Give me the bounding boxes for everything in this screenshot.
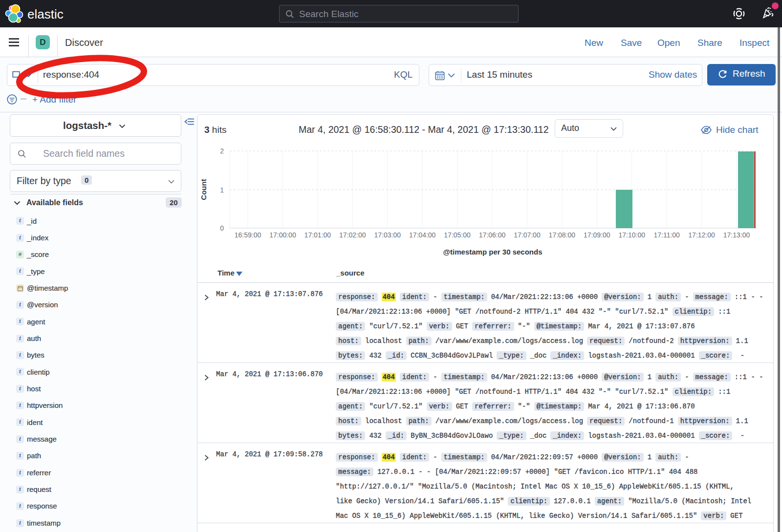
svg-text:17:03:00: 17:03:00 xyxy=(374,231,401,239)
svg-text:1: 1 xyxy=(220,186,224,194)
svg-text:17:10:00: 17:10:00 xyxy=(618,231,645,239)
svg-text:17:11:00: 17:11:00 xyxy=(653,231,680,239)
svg-text:17:09:00: 17:09:00 xyxy=(584,231,610,239)
svg-text:17:04:00: 17:04:00 xyxy=(409,231,436,239)
svg-text:Count: Count xyxy=(199,179,208,200)
svg-text:2: 2 xyxy=(220,147,224,155)
svg-text:0: 0 xyxy=(220,224,224,232)
svg-text:16:59:00: 16:59:00 xyxy=(235,231,261,239)
svg-text:17:01:00: 17:01:00 xyxy=(304,231,331,239)
svg-text:17:13:00: 17:13:00 xyxy=(723,231,750,239)
svg-text:17:08:00: 17:08:00 xyxy=(549,231,576,239)
svg-text:17:07:00: 17:07:00 xyxy=(514,231,541,239)
svg-text:17:12:00: 17:12:00 xyxy=(688,231,715,239)
svg-text:@timestamp per 30 seconds: @timestamp per 30 seconds xyxy=(443,248,542,256)
svg-text:17:06:00: 17:06:00 xyxy=(479,231,506,239)
svg-text:17:05:00: 17:05:00 xyxy=(444,231,471,239)
svg-text:17:00:00: 17:00:00 xyxy=(269,231,296,239)
svg-text:17:02:00: 17:02:00 xyxy=(339,231,366,239)
